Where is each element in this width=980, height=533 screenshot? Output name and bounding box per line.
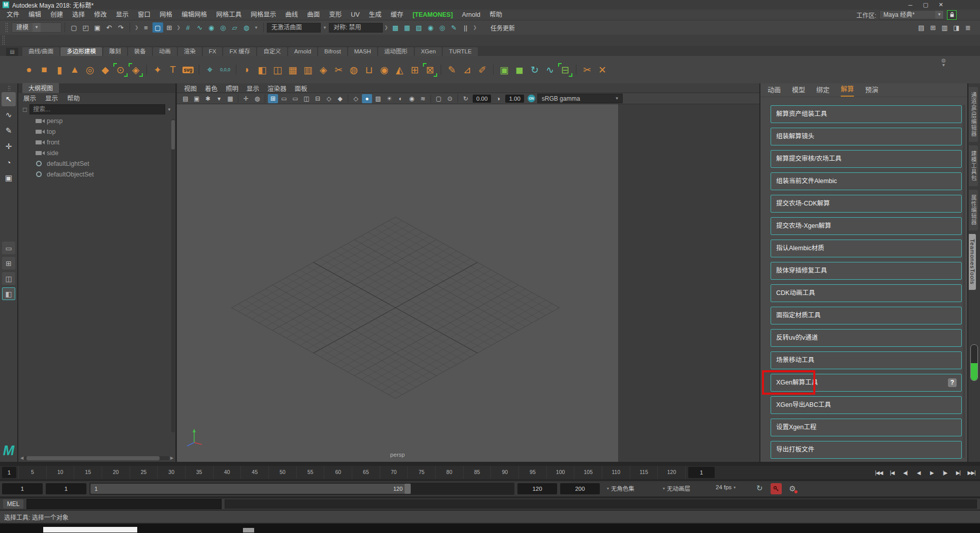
cut-uv-icon[interactable]: ✂ <box>580 63 594 77</box>
bevel-icon[interactable]: ◭ <box>393 63 406 77</box>
progress-slider[interactable] <box>970 344 978 381</box>
render-current-frame-icon[interactable]: ▦ <box>402 22 412 33</box>
mirror-icon[interactable]: ◈ <box>317 63 330 77</box>
paint-select-tool-icon[interactable]: ✎ <box>2 124 16 138</box>
tab-模型[interactable]: 模型 <box>792 84 805 97</box>
multi-cut-icon[interactable]: ✂ <box>332 63 345 77</box>
layout-four-pane-button[interactable]: ⊞ <box>2 257 15 270</box>
horizontal-scrollbar[interactable]: ◀ ▶ <box>19 456 174 460</box>
outliner-item-top[interactable]: top <box>18 126 175 137</box>
symmetry-field[interactable]: 对称: 禁用 <box>329 23 383 33</box>
use-lights-icon[interactable]: ☀ <box>384 94 394 103</box>
menu-曲面[interactable]: 曲面 <box>302 10 324 20</box>
project-curve-icon[interactable]: ↻ <box>528 63 541 77</box>
extrude-icon[interactable]: ⊞ <box>408 63 421 77</box>
mel-command-input[interactable] <box>26 499 222 509</box>
menu-缓存[interactable]: 缓存 <box>386 10 408 20</box>
close-button[interactable]: ✕ <box>933 2 948 8</box>
group-expander-icon[interactable]: ❯ <box>135 25 139 30</box>
sort-outliner-icon[interactable]: ▤ <box>916 22 927 33</box>
menu-窗口[interactable]: 窗口 <box>133 10 155 20</box>
menu-网格显示[interactable]: 网格显示 <box>246 10 281 20</box>
task-update-button[interactable]: 任务更新 <box>491 23 515 32</box>
tool-button-反转uv的v通道[interactable]: 反转uv的v通道 <box>771 329 962 347</box>
auto-keyframe-icon[interactable] <box>771 483 782 494</box>
step-back-frame-button[interactable]: |◀ <box>885 466 899 479</box>
group-expander-icon[interactable]: ❯ <box>473 25 477 30</box>
go-to-end-button[interactable]: ▶▶| <box>965 466 978 479</box>
play-forwards-button[interactable]: ▶ <box>925 466 938 479</box>
tool-button-提交农场-Xgen解算[interactable]: 提交农场-Xgen解算 <box>771 217 962 235</box>
menu-网格工具[interactable]: 网格工具 <box>211 10 246 20</box>
bridge-icon[interactable]: ⊔ <box>362 63 376 77</box>
menu-生成[interactable]: 生成 <box>364 10 386 20</box>
gamma-field[interactable]: 1.00 <box>505 95 524 103</box>
lasso-select-tool-icon[interactable]: ∿ <box>2 108 16 122</box>
redo-icon[interactable]: ↷ <box>115 22 126 33</box>
layout-outliner-persp-button[interactable]: ◧ <box>2 287 15 300</box>
poly-disc-icon[interactable]: ⊙ <box>114 63 127 77</box>
group-expander-icon[interactable]: ❯ <box>384 25 388 30</box>
tool-button-面指定材质工具[interactable]: 面指定材质工具 <box>771 307 962 324</box>
reduce-icon[interactable]: ▥ <box>301 63 315 77</box>
checker-icon[interactable]: ⊟ <box>559 63 572 77</box>
menu-编辑[interactable]: 编辑 <box>24 10 46 20</box>
poly-cube-icon[interactable]: ■ <box>38 63 51 77</box>
viewport-menu-照明[interactable]: 照明 <box>226 83 238 93</box>
outliner-menu-展示[interactable]: 展示 <box>23 93 36 103</box>
lock-camera-icon[interactable]: ▣ <box>192 94 202 103</box>
menu-显示[interactable]: 显示 <box>111 10 133 20</box>
make-live-icon[interactable]: ◼ <box>513 63 526 77</box>
gate-mask-icon[interactable]: ◫ <box>301 94 312 103</box>
poly-cone-icon[interactable]: ▲ <box>68 63 81 77</box>
character-set-dropdown[interactable]: ▾ 无角色集 <box>605 484 634 492</box>
shelf-options-icon[interactable]: ◍▾ <box>941 58 946 67</box>
playback-start-field[interactable]: 1 <box>2 483 43 494</box>
shelf-tab-动画[interactable]: 动画 <box>153 47 177 56</box>
curve-warp-icon[interactable]: ∿ <box>543 63 557 77</box>
film-gate-icon[interactable]: ▭ <box>279 94 289 103</box>
crease-tool-icon[interactable]: ✎ <box>445 63 458 77</box>
chevron-down-icon[interactable]: ▼ <box>254 25 258 30</box>
attribute-editor-toggle-icon[interactable]: ◨ <box>951 22 962 33</box>
layout-two-pane-button[interactable]: ◫ <box>2 272 15 285</box>
field-chart-icon[interactable]: ⊟ <box>313 94 323 103</box>
outliner-menu-帮助[interactable]: 帮助 <box>67 93 80 103</box>
tool-button-CDK动画工具[interactable]: CDK动画工具 <box>771 284 962 302</box>
tool-button-导出打板文件[interactable]: 导出打板文件 <box>771 441 962 459</box>
tool-button-设置Xgen工程[interactable]: 设置Xgen工程 <box>771 419 962 436</box>
sidebar-tab-通道盒/层编辑器[interactable]: 通道盒/层编辑器 <box>969 87 978 142</box>
type-tool-icon[interactable]: T <box>166 63 179 77</box>
select-component-icon[interactable]: ⊞ <box>164 22 175 33</box>
tool-button-提交农场-CDK解算[interactable]: 提交农场-CDK解算 <box>771 195 962 213</box>
isolate-select-icon[interactable]: ⊙ <box>445 94 455 103</box>
target-weld-icon[interactable]: ◍ <box>347 63 360 77</box>
lattice-icon[interactable]: ⊠ <box>423 63 437 77</box>
smooth-shade-icon[interactable]: ● <box>362 94 372 103</box>
menu-曲线[interactable]: 曲线 <box>281 10 302 20</box>
vertical-scrollbar[interactable] <box>963 105 965 458</box>
shadows-icon[interactable]: ◐ <box>395 94 406 103</box>
layer-editor-toggle-icon[interactable]: ≣ <box>963 22 973 33</box>
snap-point-icon[interactable]: ◉ <box>206 22 217 33</box>
textured-icon[interactable]: ▨ <box>373 94 383 103</box>
poly-sphere-icon[interactable]: ● <box>22 63 36 77</box>
range-track[interactable]: 1 120 <box>89 483 514 495</box>
menu-UV[interactable]: UV <box>346 10 364 20</box>
menu-文件[interactable]: 文件 <box>2 10 24 20</box>
shelf-tab-装备[interactable]: 装备 <box>128 47 152 56</box>
image-plane-icon[interactable]: ▦ <box>225 94 235 103</box>
quad-draw-icon[interactable]: ▣ <box>498 63 511 77</box>
svg-tool-icon[interactable]: svg <box>181 63 195 77</box>
chevron-down-icon[interactable]: ▼ <box>323 25 327 30</box>
sidebar-tab-建模工具包[interactable]: 建模工具包 <box>969 145 978 186</box>
go-to-start-button[interactable]: |◀◀ <box>872 466 885 479</box>
tool-button-场景移动工具[interactable]: 场景移动工具 <box>771 351 962 369</box>
tab-动画[interactable]: 动画 <box>768 84 781 97</box>
2d-pan-zoom-icon[interactable]: ✛ <box>241 94 251 103</box>
step-forward-key-button[interactable]: |▶ <box>938 466 952 479</box>
menu-选择[interactable]: 选择 <box>68 10 89 20</box>
wireframe-icon[interactable]: ◇ <box>351 94 361 103</box>
scrollbar-thumb[interactable] <box>171 120 175 150</box>
playback-range-bar[interactable]: 1 120 <box>90 484 411 494</box>
